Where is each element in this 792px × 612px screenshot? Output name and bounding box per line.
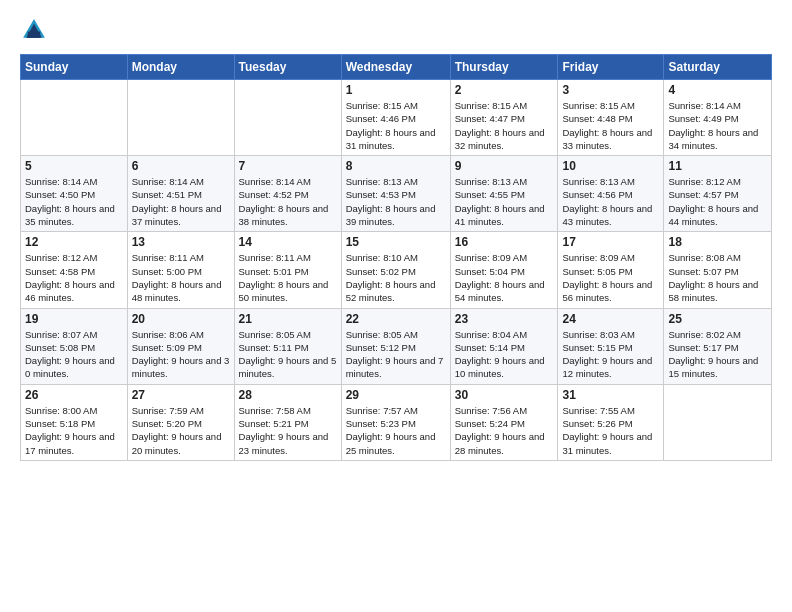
day-cell: 18Sunrise: 8:08 AM Sunset: 5:07 PM Dayli… [664,232,772,308]
day-cell: 6Sunrise: 8:14 AM Sunset: 4:51 PM Daylig… [127,156,234,232]
weekday-header-thursday: Thursday [450,55,558,80]
day-info: Sunrise: 8:14 AM Sunset: 4:51 PM Dayligh… [132,175,230,228]
day-number: 8 [346,159,446,173]
day-info: Sunrise: 8:13 AM Sunset: 4:53 PM Dayligh… [346,175,446,228]
weekday-header-wednesday: Wednesday [341,55,450,80]
day-number: 19 [25,312,123,326]
day-info: Sunrise: 8:15 AM Sunset: 4:47 PM Dayligh… [455,99,554,152]
day-info: Sunrise: 8:14 AM Sunset: 4:52 PM Dayligh… [239,175,337,228]
header [20,16,772,44]
day-info: Sunrise: 8:14 AM Sunset: 4:50 PM Dayligh… [25,175,123,228]
weekday-header-tuesday: Tuesday [234,55,341,80]
day-cell: 2Sunrise: 8:15 AM Sunset: 4:47 PM Daylig… [450,80,558,156]
day-number: 9 [455,159,554,173]
day-cell [234,80,341,156]
day-number: 22 [346,312,446,326]
day-cell: 7Sunrise: 8:14 AM Sunset: 4:52 PM Daylig… [234,156,341,232]
day-info: Sunrise: 8:09 AM Sunset: 5:05 PM Dayligh… [562,251,659,304]
day-cell: 9Sunrise: 8:13 AM Sunset: 4:55 PM Daylig… [450,156,558,232]
day-number: 16 [455,235,554,249]
day-info: Sunrise: 8:12 AM Sunset: 4:57 PM Dayligh… [668,175,767,228]
week-row-2: 5Sunrise: 8:14 AM Sunset: 4:50 PM Daylig… [21,156,772,232]
day-cell: 20Sunrise: 8:06 AM Sunset: 5:09 PM Dayli… [127,308,234,384]
day-info: Sunrise: 8:06 AM Sunset: 5:09 PM Dayligh… [132,328,230,381]
day-number: 4 [668,83,767,97]
day-cell [21,80,128,156]
calendar-body: 1Sunrise: 8:15 AM Sunset: 4:46 PM Daylig… [21,80,772,461]
day-info: Sunrise: 8:07 AM Sunset: 5:08 PM Dayligh… [25,328,123,381]
logo-icon [20,16,48,44]
day-cell: 4Sunrise: 8:14 AM Sunset: 4:49 PM Daylig… [664,80,772,156]
day-info: Sunrise: 8:00 AM Sunset: 5:18 PM Dayligh… [25,404,123,457]
day-cell: 29Sunrise: 7:57 AM Sunset: 5:23 PM Dayli… [341,384,450,460]
day-info: Sunrise: 8:02 AM Sunset: 5:17 PM Dayligh… [668,328,767,381]
day-cell: 30Sunrise: 7:56 AM Sunset: 5:24 PM Dayli… [450,384,558,460]
logo [20,16,52,44]
day-number: 13 [132,235,230,249]
day-cell: 23Sunrise: 8:04 AM Sunset: 5:14 PM Dayli… [450,308,558,384]
day-number: 27 [132,388,230,402]
day-info: Sunrise: 8:13 AM Sunset: 4:56 PM Dayligh… [562,175,659,228]
weekday-header-monday: Monday [127,55,234,80]
day-cell: 15Sunrise: 8:10 AM Sunset: 5:02 PM Dayli… [341,232,450,308]
day-cell: 5Sunrise: 8:14 AM Sunset: 4:50 PM Daylig… [21,156,128,232]
day-info: Sunrise: 8:13 AM Sunset: 4:55 PM Dayligh… [455,175,554,228]
day-cell: 27Sunrise: 7:59 AM Sunset: 5:20 PM Dayli… [127,384,234,460]
day-number: 21 [239,312,337,326]
day-info: Sunrise: 7:58 AM Sunset: 5:21 PM Dayligh… [239,404,337,457]
day-info: Sunrise: 7:55 AM Sunset: 5:26 PM Dayligh… [562,404,659,457]
weekday-header-saturday: Saturday [664,55,772,80]
day-info: Sunrise: 7:56 AM Sunset: 5:24 PM Dayligh… [455,404,554,457]
day-info: Sunrise: 8:09 AM Sunset: 5:04 PM Dayligh… [455,251,554,304]
day-info: Sunrise: 8:15 AM Sunset: 4:46 PM Dayligh… [346,99,446,152]
day-info: Sunrise: 8:10 AM Sunset: 5:02 PM Dayligh… [346,251,446,304]
day-number: 28 [239,388,337,402]
day-number: 17 [562,235,659,249]
week-row-1: 1Sunrise: 8:15 AM Sunset: 4:46 PM Daylig… [21,80,772,156]
day-info: Sunrise: 8:05 AM Sunset: 5:12 PM Dayligh… [346,328,446,381]
day-cell [664,384,772,460]
day-number: 18 [668,235,767,249]
day-cell: 26Sunrise: 8:00 AM Sunset: 5:18 PM Dayli… [21,384,128,460]
day-cell: 31Sunrise: 7:55 AM Sunset: 5:26 PM Dayli… [558,384,664,460]
day-number: 26 [25,388,123,402]
day-info: Sunrise: 8:11 AM Sunset: 5:00 PM Dayligh… [132,251,230,304]
day-cell: 28Sunrise: 7:58 AM Sunset: 5:21 PM Dayli… [234,384,341,460]
day-number: 20 [132,312,230,326]
day-cell: 1Sunrise: 8:15 AM Sunset: 4:46 PM Daylig… [341,80,450,156]
day-number: 25 [668,312,767,326]
day-number: 12 [25,235,123,249]
day-cell: 10Sunrise: 8:13 AM Sunset: 4:56 PM Dayli… [558,156,664,232]
day-cell: 12Sunrise: 8:12 AM Sunset: 4:58 PM Dayli… [21,232,128,308]
day-cell: 3Sunrise: 8:15 AM Sunset: 4:48 PM Daylig… [558,80,664,156]
day-info: Sunrise: 8:05 AM Sunset: 5:11 PM Dayligh… [239,328,337,381]
day-cell: 8Sunrise: 8:13 AM Sunset: 4:53 PM Daylig… [341,156,450,232]
weekday-row: SundayMondayTuesdayWednesdayThursdayFrid… [21,55,772,80]
day-info: Sunrise: 8:15 AM Sunset: 4:48 PM Dayligh… [562,99,659,152]
day-info: Sunrise: 7:59 AM Sunset: 5:20 PM Dayligh… [132,404,230,457]
page: SundayMondayTuesdayWednesdayThursdayFrid… [0,0,792,477]
day-number: 15 [346,235,446,249]
day-info: Sunrise: 8:14 AM Sunset: 4:49 PM Dayligh… [668,99,767,152]
week-row-5: 26Sunrise: 8:00 AM Sunset: 5:18 PM Dayli… [21,384,772,460]
day-number: 29 [346,388,446,402]
week-row-3: 12Sunrise: 8:12 AM Sunset: 4:58 PM Dayli… [21,232,772,308]
day-number: 24 [562,312,659,326]
weekday-header-friday: Friday [558,55,664,80]
day-number: 31 [562,388,659,402]
day-number: 30 [455,388,554,402]
day-info: Sunrise: 8:11 AM Sunset: 5:01 PM Dayligh… [239,251,337,304]
day-number: 23 [455,312,554,326]
day-cell: 25Sunrise: 8:02 AM Sunset: 5:17 PM Dayli… [664,308,772,384]
day-cell: 19Sunrise: 8:07 AM Sunset: 5:08 PM Dayli… [21,308,128,384]
day-info: Sunrise: 8:04 AM Sunset: 5:14 PM Dayligh… [455,328,554,381]
day-number: 6 [132,159,230,173]
day-cell: 17Sunrise: 8:09 AM Sunset: 5:05 PM Dayli… [558,232,664,308]
day-number: 5 [25,159,123,173]
day-number: 7 [239,159,337,173]
weekday-header-sunday: Sunday [21,55,128,80]
day-number: 1 [346,83,446,97]
calendar: SundayMondayTuesdayWednesdayThursdayFrid… [20,54,772,461]
day-info: Sunrise: 8:03 AM Sunset: 5:15 PM Dayligh… [562,328,659,381]
day-number: 14 [239,235,337,249]
